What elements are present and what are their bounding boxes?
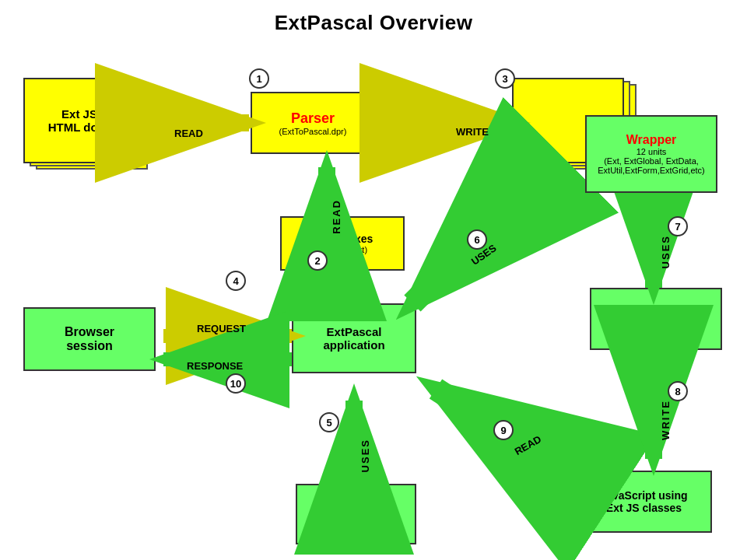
browser-session-label: Browser session: [65, 325, 114, 353]
label-write3: WRITE: [456, 126, 489, 138]
label-read1: READ: [174, 128, 203, 139]
circle-8: 8: [668, 381, 688, 401]
wrapper-box: Wrapper 12 units(Ext, ExtGlobal, ExtData…: [585, 115, 717, 193]
label-response10: RESPONSE: [187, 360, 243, 372]
circle-10: 10: [226, 373, 246, 394]
fixes-label: Ext JS fixes: [312, 233, 374, 245]
javascript-box: JavaScript usingExt JS classes: [576, 471, 712, 533]
label-read2: READ: [331, 199, 342, 234]
fastcgi-label: FastCGI: [334, 499, 379, 513]
self-translating-label: Self-translating: [616, 308, 696, 320]
label-uses7: USES: [660, 235, 672, 268]
parser-sublabel: (ExtToPascal.dpr): [279, 127, 347, 136]
circle-3: 3: [495, 68, 515, 89]
label-write8: WRITE: [660, 400, 672, 440]
parser-label: Parser: [291, 110, 335, 127]
circle-1: 1: [249, 68, 269, 89]
circle-7: 7: [668, 216, 688, 236]
label-request4: REQUEST: [197, 323, 246, 334]
circle-9: 9: [493, 420, 514, 440]
self-translating-box: Self-translating (ExtPascal.pas): [590, 288, 722, 350]
ext-js-label: Ext JS HTML docs: [48, 107, 111, 134]
extpascal-app-box: ExtPascalapplication: [292, 303, 416, 373]
javascript-label: JavaScript usingExt JS classes: [600, 489, 687, 514]
extpascal-app-label: ExtPascalapplication: [323, 325, 384, 352]
circle-5: 5: [319, 412, 339, 432]
wrapper-sublabel: 12 units(Ext, ExtGlobal, ExtData,ExtUtil…: [598, 147, 705, 175]
self-translating-sublabel: (ExtPascal.pas): [626, 320, 686, 330]
label-uses5: USES: [359, 439, 371, 472]
page-title: ExtPascal Overview: [0, 0, 747, 35]
circle-4: 4: [226, 271, 246, 291]
ext-js-docs-stack: Ext JS HTML docs: [23, 78, 148, 171]
wrapper-label: Wrapper: [626, 133, 677, 147]
browser-session-box: Browser session: [23, 307, 156, 371]
ext-js-fixes-box: Ext JS fixes (ExtFixes.txt): [280, 216, 405, 271]
label-read9: READ: [513, 433, 543, 457]
circle-2: 2: [307, 250, 328, 271]
svg-line-11: [436, 389, 591, 490]
fastcgi-box: FastCGI Multithread Environment(FCGIApp.…: [296, 484, 416, 544]
parser-box: Parser (ExtToPascal.dpr): [251, 92, 375, 154]
fastcgi-sublabel: Multithread Environment(FCGIApp.pas): [314, 513, 398, 530]
